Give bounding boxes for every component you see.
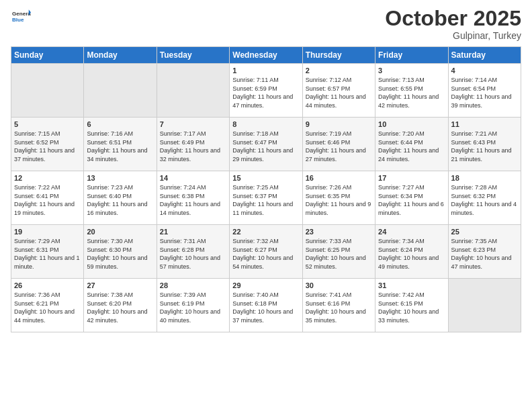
calendar-cell: 24Sunrise: 7:34 AM Sunset: 6:24 PM Dayli… <box>375 225 448 279</box>
day-number: 8 <box>232 120 299 128</box>
weekday-header-thursday: Thursday <box>302 47 375 64</box>
day-info: Sunrise: 7:13 AM Sunset: 6:55 PM Dayligh… <box>378 76 445 109</box>
calendar-cell: 18Sunrise: 7:28 AM Sunset: 6:32 PM Dayli… <box>448 171 521 225</box>
calendar-cell: 5Sunrise: 7:15 AM Sunset: 6:52 PM Daylig… <box>11 118 84 171</box>
day-number: 16 <box>306 174 372 182</box>
day-number: 29 <box>232 281 299 289</box>
svg-text:General: General <box>12 11 31 17</box>
day-info: Sunrise: 7:11 AM Sunset: 6:59 PM Dayligh… <box>232 76 299 109</box>
calendar-cell: 26Sunrise: 7:36 AM Sunset: 6:21 PM Dayli… <box>11 279 84 332</box>
day-number: 19 <box>14 228 81 236</box>
day-info: Sunrise: 7:29 AM Sunset: 6:31 PM Dayligh… <box>14 237 81 271</box>
weekday-header-sunday: Sunday <box>11 47 84 64</box>
day-number: 14 <box>160 174 226 182</box>
day-info: Sunrise: 7:35 AM Sunset: 6:23 PM Dayligh… <box>451 237 518 271</box>
calendar-cell: 6Sunrise: 7:16 AM Sunset: 6:51 PM Daylig… <box>84 118 157 171</box>
day-info: Sunrise: 7:25 AM Sunset: 6:37 PM Dayligh… <box>232 183 299 217</box>
day-info: Sunrise: 7:14 AM Sunset: 6:54 PM Dayligh… <box>451 76 518 109</box>
day-info: Sunrise: 7:27 AM Sunset: 6:34 PM Dayligh… <box>378 183 445 217</box>
day-number: 24 <box>378 228 445 236</box>
day-number: 1 <box>232 66 299 75</box>
weekday-header-wednesday: Wednesday <box>230 47 302 64</box>
day-info: Sunrise: 7:33 AM Sunset: 6:25 PM Dayligh… <box>306 237 372 271</box>
day-number: 27 <box>87 281 153 289</box>
day-info: Sunrise: 7:34 AM Sunset: 6:24 PM Dayligh… <box>378 237 445 271</box>
day-number: 2 <box>306 66 372 75</box>
day-number: 25 <box>451 228 518 236</box>
day-info: Sunrise: 7:19 AM Sunset: 6:46 PM Dayligh… <box>306 130 372 163</box>
day-number: 11 <box>451 120 518 128</box>
day-number: 26 <box>14 281 81 289</box>
calendar-cell: 10Sunrise: 7:20 AM Sunset: 6:44 PM Dayli… <box>375 118 448 171</box>
calendar-cell: 14Sunrise: 7:24 AM Sunset: 6:38 PM Dayli… <box>157 171 229 225</box>
calendar-cell: 8Sunrise: 7:18 AM Sunset: 6:47 PM Daylig… <box>230 118 302 171</box>
svg-text:Blue: Blue <box>12 17 24 23</box>
calendar-table: SundayMondayTuesdayWednesdayThursdayFrid… <box>11 46 521 332</box>
day-info: Sunrise: 7:18 AM Sunset: 6:47 PM Dayligh… <box>232 130 299 163</box>
calendar-cell: 28Sunrise: 7:39 AM Sunset: 6:19 PM Dayli… <box>157 279 229 332</box>
day-number: 22 <box>232 228 299 236</box>
day-number: 23 <box>306 228 372 236</box>
calendar-cell: 31Sunrise: 7:42 AM Sunset: 6:15 PM Dayli… <box>375 279 448 332</box>
day-number: 4 <box>451 66 518 75</box>
calendar-cell: 30Sunrise: 7:41 AM Sunset: 6:16 PM Dayli… <box>302 279 375 332</box>
day-info: Sunrise: 7:36 AM Sunset: 6:21 PM Dayligh… <box>14 291 81 324</box>
weekday-header-tuesday: Tuesday <box>157 47 229 64</box>
day-info: Sunrise: 7:17 AM Sunset: 6:49 PM Dayligh… <box>160 130 226 163</box>
day-number: 9 <box>306 120 372 128</box>
calendar-cell: 11Sunrise: 7:21 AM Sunset: 6:43 PM Dayli… <box>448 118 521 171</box>
day-info: Sunrise: 7:15 AM Sunset: 6:52 PM Dayligh… <box>14 130 81 163</box>
day-info: Sunrise: 7:39 AM Sunset: 6:19 PM Dayligh… <box>160 291 226 324</box>
day-info: Sunrise: 7:40 AM Sunset: 6:18 PM Dayligh… <box>232 291 299 324</box>
day-number: 31 <box>378 281 445 289</box>
calendar-week-1: 1Sunrise: 7:11 AM Sunset: 6:59 PM Daylig… <box>11 64 521 118</box>
calendar-week-4: 19Sunrise: 7:29 AM Sunset: 6:31 PM Dayli… <box>11 225 521 279</box>
calendar-cell: 4Sunrise: 7:14 AM Sunset: 6:54 PM Daylig… <box>448 64 521 118</box>
calendar-cell: 13Sunrise: 7:23 AM Sunset: 6:40 PM Dayli… <box>84 171 157 225</box>
calendar-cell: 29Sunrise: 7:40 AM Sunset: 6:18 PM Dayli… <box>230 279 302 332</box>
day-info: Sunrise: 7:16 AM Sunset: 6:51 PM Dayligh… <box>87 130 153 163</box>
day-number: 30 <box>306 281 372 289</box>
day-number: 7 <box>160 120 226 128</box>
calendar-week-2: 5Sunrise: 7:15 AM Sunset: 6:52 PM Daylig… <box>11 118 521 171</box>
day-number: 21 <box>160 228 226 236</box>
calendar-cell <box>84 64 157 118</box>
calendar-cell: 12Sunrise: 7:22 AM Sunset: 6:41 PM Dayli… <box>11 171 84 225</box>
calendar-cell: 22Sunrise: 7:32 AM Sunset: 6:27 PM Dayli… <box>230 225 302 279</box>
logo: General Blue <box>11 7 31 28</box>
day-info: Sunrise: 7:42 AM Sunset: 6:15 PM Dayligh… <box>378 291 445 324</box>
calendar-cell: 7Sunrise: 7:17 AM Sunset: 6:49 PM Daylig… <box>157 118 229 171</box>
day-number: 10 <box>378 120 445 128</box>
calendar-title: October 2025 <box>385 7 521 30</box>
day-number: 13 <box>87 174 153 182</box>
day-info: Sunrise: 7:28 AM Sunset: 6:32 PM Dayligh… <box>451 183 518 217</box>
day-info: Sunrise: 7:26 AM Sunset: 6:35 PM Dayligh… <box>306 183 372 217</box>
day-info: Sunrise: 7:24 AM Sunset: 6:38 PM Dayligh… <box>160 183 226 217</box>
day-info: Sunrise: 7:31 AM Sunset: 6:28 PM Dayligh… <box>160 237 226 271</box>
calendar-cell <box>11 64 84 118</box>
calendar-cell: 20Sunrise: 7:30 AM Sunset: 6:30 PM Dayli… <box>84 225 157 279</box>
calendar-cell: 9Sunrise: 7:19 AM Sunset: 6:46 PM Daylig… <box>302 118 375 171</box>
calendar-cell: 3Sunrise: 7:13 AM Sunset: 6:55 PM Daylig… <box>375 64 448 118</box>
calendar-cell: 19Sunrise: 7:29 AM Sunset: 6:31 PM Dayli… <box>11 225 84 279</box>
calendar-cell: 16Sunrise: 7:26 AM Sunset: 6:35 PM Dayli… <box>302 171 375 225</box>
day-number: 28 <box>160 281 226 289</box>
weekday-header-monday: Monday <box>84 47 157 64</box>
day-number: 12 <box>14 174 81 182</box>
day-number: 3 <box>378 66 445 75</box>
calendar-subtitle: Gulpinar, Turkey <box>385 30 521 41</box>
header: General Blue October 2025 Gulpinar, Turk… <box>11 7 521 41</box>
calendar-week-3: 12Sunrise: 7:22 AM Sunset: 6:41 PM Dayli… <box>11 171 521 225</box>
logo-icon: General Blue <box>12 7 31 26</box>
calendar-cell: 2Sunrise: 7:12 AM Sunset: 6:57 PM Daylig… <box>302 64 375 118</box>
day-number: 20 <box>87 228 153 236</box>
day-number: 6 <box>87 120 153 128</box>
calendar-cell: 23Sunrise: 7:33 AM Sunset: 6:25 PM Dayli… <box>302 225 375 279</box>
calendar-cell <box>157 64 229 118</box>
calendar-cell: 15Sunrise: 7:25 AM Sunset: 6:37 PM Dayli… <box>230 171 302 225</box>
day-info: Sunrise: 7:21 AM Sunset: 6:43 PM Dayligh… <box>451 130 518 163</box>
calendar-cell: 1Sunrise: 7:11 AM Sunset: 6:59 PM Daylig… <box>230 64 302 118</box>
title-block: October 2025 Gulpinar, Turkey <box>385 7 521 41</box>
day-info: Sunrise: 7:20 AM Sunset: 6:44 PM Dayligh… <box>378 130 445 163</box>
day-number: 15 <box>232 174 299 182</box>
